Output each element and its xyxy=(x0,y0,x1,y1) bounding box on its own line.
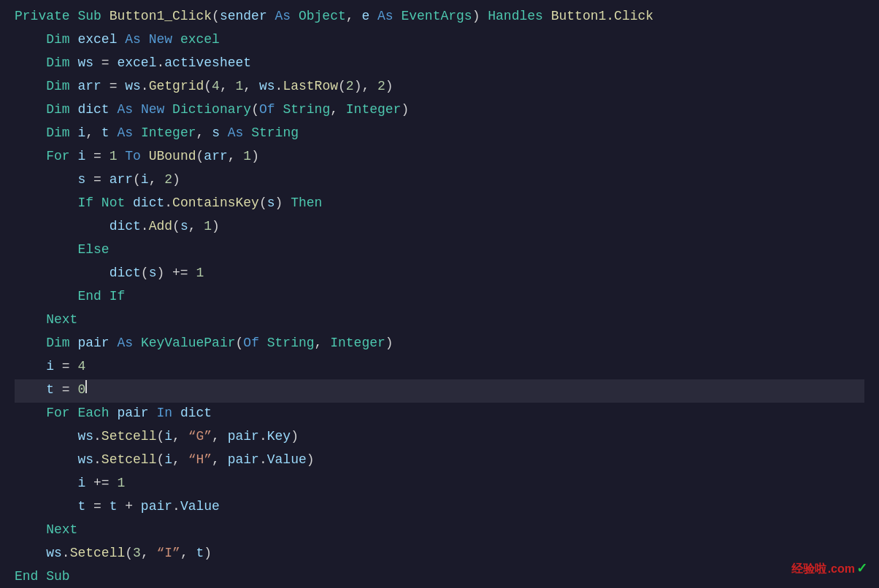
code-line: If Not dict.ContainsKey(s) Then xyxy=(15,193,864,216)
code-token-plain xyxy=(70,53,78,74)
code-token-op: ( xyxy=(236,333,244,354)
code-token-op: . xyxy=(156,53,164,74)
code-indent xyxy=(15,403,46,424)
code-token-id: pair xyxy=(77,333,109,354)
code-line: Dim i, t As Integer, s As String xyxy=(15,123,864,146)
code-token-num: 2 xyxy=(164,169,172,190)
code-token-id: t xyxy=(77,496,85,517)
code-token-op: , xyxy=(243,76,259,97)
code-token-id: s xyxy=(180,216,188,237)
code-line: Dim ws = excel.activesheet xyxy=(15,53,864,76)
code-token-op: ( xyxy=(196,146,204,167)
code-token-plain xyxy=(172,29,180,50)
code-token-id: ws xyxy=(77,449,93,471)
code-token-id: dict xyxy=(110,263,141,284)
code-token-op: = xyxy=(101,76,125,97)
code-token-id: Value xyxy=(180,496,220,517)
code-token-kw: Sub xyxy=(77,6,101,27)
code-token-op: . xyxy=(172,496,180,517)
code-line: Else xyxy=(15,239,864,263)
code-line: For i = 1 To UBound(arr, 1) xyxy=(15,146,864,169)
code-indent xyxy=(15,146,46,167)
code-token-kw2: In xyxy=(157,403,173,424)
code-token-kw: Dim xyxy=(46,76,69,97)
code-indent xyxy=(15,543,46,564)
code-token-op: ) += xyxy=(156,263,196,284)
code-token-kw: If xyxy=(77,193,93,214)
code-indent xyxy=(15,379,46,401)
code-indent xyxy=(15,333,46,354)
code-content: Private Sub Button1_Click(sender As Obje… xyxy=(15,6,864,588)
code-indent xyxy=(15,169,77,190)
code-token-op: . xyxy=(93,426,101,447)
code-token-op: ( xyxy=(125,543,133,564)
code-token-kw2: As xyxy=(117,99,133,120)
code-token-op: , xyxy=(330,99,346,120)
code-token-id: arr xyxy=(110,169,133,190)
code-token-op: , xyxy=(220,76,236,97)
code-token-plain xyxy=(141,146,149,167)
code-token-num: 1 xyxy=(110,146,118,167)
code-indent xyxy=(15,356,46,377)
code-token-num: 4 xyxy=(77,356,85,377)
code-token-op: , xyxy=(196,123,212,144)
code-token-id: Value xyxy=(267,449,307,471)
code-token-kw: Dim xyxy=(46,53,69,74)
code-token-kw: Private xyxy=(15,6,70,27)
code-indent xyxy=(15,519,46,541)
code-token-type: Integer xyxy=(330,333,385,354)
code-token-op: . xyxy=(164,193,172,214)
code-token-id: t xyxy=(196,543,204,564)
code-indent xyxy=(15,263,110,284)
code-token-str: “G” xyxy=(188,426,212,447)
code-token-type: Dictionary xyxy=(172,99,251,120)
code-line: Dim arr = ws.Getgrid(4, 1, ws.LastRow(2)… xyxy=(15,76,864,99)
code-token-plain xyxy=(133,333,141,354)
code-token-op: , xyxy=(180,543,196,564)
code-token-type: Integer xyxy=(346,99,402,120)
code-line: End If xyxy=(15,286,864,309)
code-token-id: pair xyxy=(228,426,259,447)
code-token-type: String xyxy=(267,333,315,354)
code-line: Private Sub Button1_Click(sender As Obje… xyxy=(15,6,864,29)
code-token-id: ws xyxy=(46,543,62,564)
code-token-kw: Not xyxy=(101,193,125,214)
code-token-str: “I” xyxy=(157,543,180,564)
code-token-plain xyxy=(101,286,110,307)
code-token-id: excel xyxy=(77,29,117,50)
code-token-kw2: New xyxy=(149,29,172,50)
code-token-id: dict xyxy=(180,403,212,424)
code-token-id: i xyxy=(77,146,85,167)
code-token-kw2: As xyxy=(228,123,244,144)
code-indent xyxy=(15,123,46,144)
code-token-kw2: Of xyxy=(259,99,275,120)
code-token-plain xyxy=(70,6,78,27)
code-token-type: KeyValuePair xyxy=(141,333,236,354)
code-token-plain xyxy=(164,99,172,120)
code-line: i = 4 xyxy=(15,356,864,379)
code-token-plain xyxy=(110,333,118,354)
code-token-num: 0 xyxy=(77,379,85,401)
code-line: ws.Setcell(3, “I”, t) xyxy=(15,543,864,566)
code-token-op: ) xyxy=(472,6,488,27)
code-token-plain xyxy=(543,6,551,27)
code-token-kw: Each xyxy=(77,403,109,424)
code-token-fn: UBound xyxy=(149,146,196,167)
code-token-id: t xyxy=(110,496,118,517)
code-token-kw: Next xyxy=(46,519,77,541)
watermark: 经验啦 .com ✓ xyxy=(791,558,867,579)
code-token-op: ( xyxy=(204,76,212,97)
code-token-op: ( xyxy=(212,6,220,27)
code-editor: Private Sub Button1_Click(sender As Obje… xyxy=(0,0,879,588)
code-line: i += 1 xyxy=(15,473,864,496)
code-token-fn: Getgrid xyxy=(149,76,204,97)
code-token-kw2: As xyxy=(117,123,133,144)
code-line: Dim dict As New Dictionary(Of String, In… xyxy=(15,99,864,123)
code-token-num: 1 xyxy=(117,473,125,494)
code-token-fn: Setcell xyxy=(101,426,157,447)
code-token-op: = xyxy=(54,379,77,401)
code-token-plain xyxy=(117,146,125,167)
code-token-op: ( xyxy=(141,263,149,284)
code-token-op: ( xyxy=(133,169,141,190)
code-token-plain xyxy=(110,99,118,120)
